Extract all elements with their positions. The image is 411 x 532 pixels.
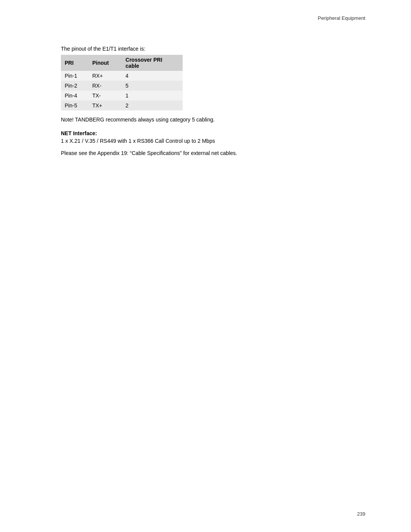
pinout-table: PRI Pinout Crossover PRIcable Pin-1RX+4P… <box>61 55 183 110</box>
table-cell: 4 <box>122 71 183 81</box>
table-cell: TX- <box>88 91 121 101</box>
page-container: Peripheral Equipment The pinout of the E… <box>0 0 411 532</box>
table-cell: TX+ <box>88 101 121 110</box>
net-interface-desc: 1 x X.21 / V.35 / RS449 with 1 x RS366 C… <box>61 138 365 144</box>
intro-text: The pinout of the E1/T1 interface is: <box>61 46 365 52</box>
table-cell: 2 <box>122 101 183 110</box>
col-header-pri: PRI <box>61 55 88 71</box>
col-header-crossover: Crossover PRIcable <box>122 55 183 71</box>
table-row: Pin-2RX-5 <box>61 81 183 91</box>
net-interface-label: NET Interface: <box>61 130 365 136</box>
table-cell: RX- <box>88 81 121 91</box>
table-cell: Pin-4 <box>61 91 88 101</box>
page-header: Peripheral Equipment <box>318 15 365 21</box>
appendix-note: Please see the Appendix 19: “Cable Speci… <box>61 150 365 156</box>
table-cell: 1 <box>122 91 183 101</box>
table-cell: RX+ <box>88 71 121 81</box>
table-cell: 5 <box>122 81 183 91</box>
page-number: 239 <box>357 511 365 517</box>
table-row: Pin-5TX+2 <box>61 101 183 110</box>
table-cell: Pin-5 <box>61 101 88 110</box>
table-header-row: PRI Pinout Crossover PRIcable <box>61 55 183 71</box>
table-row: Pin-1RX+4 <box>61 71 183 81</box>
header-text: Peripheral Equipment <box>318 15 365 21</box>
col-header-pinout: Pinout <box>88 55 121 71</box>
note-text: Note! TANDBERG recommends always using c… <box>61 117 365 123</box>
table-cell: Pin-1 <box>61 71 88 81</box>
content-area: The pinout of the E1/T1 interface is: PR… <box>61 46 365 156</box>
table-cell: Pin-2 <box>61 81 88 91</box>
net-interface-section: NET Interface: 1 x X.21 / V.35 / RS449 w… <box>61 130 365 144</box>
table-row: Pin-4TX-1 <box>61 91 183 101</box>
page-footer: 239 <box>357 511 365 517</box>
